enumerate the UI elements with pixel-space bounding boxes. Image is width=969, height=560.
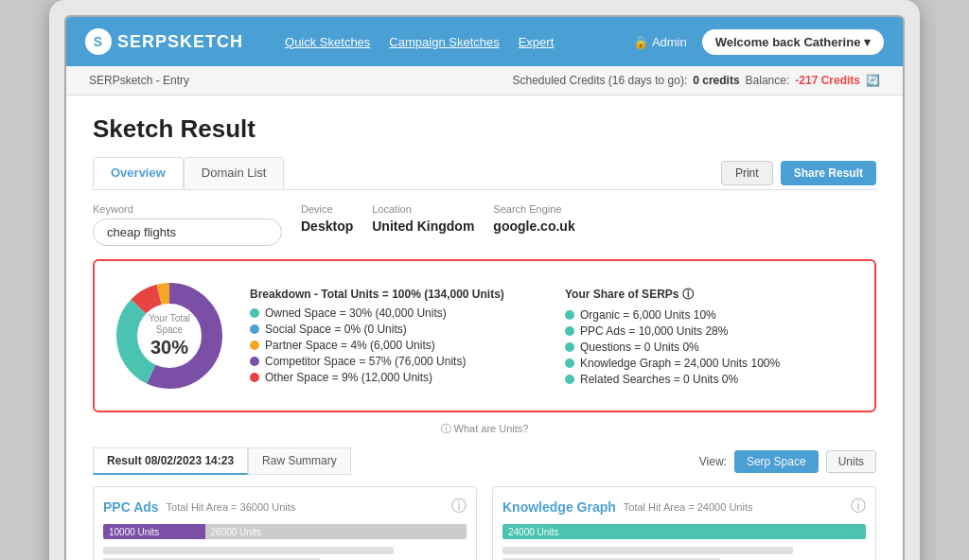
keyword-input[interactable] [93, 219, 282, 246]
nav-quick-sketches[interactable]: Quick Sketches [285, 35, 370, 49]
user-button[interactable]: Welcome back Catherine ▾ [702, 29, 884, 55]
breakdown-list: Owned Space = 30% (40,000 Units) Social … [250, 306, 546, 384]
knowledge-bar-fill-teal: 24000 Units [502, 524, 866, 539]
serp-label-knowledge: Knowledge Graph = 24,000 Units 100% [580, 357, 780, 370]
keyword-row: Keyword Device Desktop Location United K… [93, 203, 876, 246]
breakdown-label-competitor: Competitor Space = 57% (76,000 Units) [265, 355, 466, 368]
breadcrumb-path: SERPsketch - Entry [89, 74, 189, 87]
ppc-line-1 [103, 547, 394, 554]
print-button[interactable]: Print [721, 161, 773, 185]
knowledge-card-header: Knowledge Graph Total Hit Area = 24000 U… [502, 497, 866, 516]
credits-label: Scheduled Credits (16 days to go): [512, 74, 687, 87]
donut-center-text: Your Total Space [139, 313, 201, 336]
cards-row: PPC Ads Total Hit Area = 36000 Units ⓘ 1… [93, 486, 876, 560]
breakdown-item-owned: Owned Space = 30% (40,000 Units) [250, 306, 546, 320]
nav-admin[interactable]: 🔒 Admin [633, 35, 687, 49]
search-engine-group: Search Engine google.co.uk [493, 203, 574, 234]
serp-label-organic: Organic = 6,000 Units 10% [580, 308, 716, 322]
tab-overview[interactable]: Overview [93, 157, 184, 189]
nav-right: 🔒 Admin Welcome back Catherine ▾ [633, 29, 884, 55]
dot-partner [250, 341, 259, 350]
ppc-bar-fill-purple: 10000 Units [103, 524, 205, 539]
ppc-info-icon: ⓘ [451, 497, 467, 516]
ppc-card-header: PPC Ads Total Hit Area = 36000 Units ⓘ [103, 497, 467, 516]
serp-title: Your Share of SERPs ⓘ [565, 287, 861, 303]
top-nav: S SERPSKETCH Quick Sketches Campaign Ske… [66, 17, 903, 66]
breakdown-item-partner: Partner Space = 4% (6,000 Units) [250, 339, 546, 352]
knowledge-bar-track: 24000 Units [502, 524, 866, 539]
nav-expert[interactable]: Expert [519, 35, 555, 49]
device-label: Device [301, 203, 353, 215]
breakdown-label-social: Social Space = 0% (0 Units) [265, 323, 407, 336]
serp-title-text: Your Share of SERPs [565, 288, 678, 301]
main-content: Sketch Result Overview Domain List Print… [66, 96, 903, 560]
breakdown-item-competitor: Competitor Space = 57% (76,000 Units) [250, 355, 546, 368]
lock-icon: 🔒 [633, 35, 648, 49]
dot-related [565, 375, 574, 384]
search-engine-value: google.co.uk [493, 219, 574, 234]
serp-item-related: Related Searches = 0 Units 0% [565, 373, 861, 386]
ppc-card-lines [103, 547, 467, 560]
dot-questions [565, 342, 574, 352]
tabs-right: Print Share Result [721, 161, 876, 185]
location-label: Location [372, 203, 474, 215]
serp-label-questions: Questions = 0 Units 0% [580, 341, 699, 354]
logo: S SERPSKETCH [85, 28, 243, 55]
balance-label: Balance: [746, 74, 790, 87]
ppc-card-title: PPC Ads [103, 499, 159, 515]
result-tabs-row: Result 08/02/2023 14:23 Raw Summary View… [93, 447, 876, 475]
what-are-units[interactable]: ⓘ What are Units? [93, 422, 876, 436]
breakdown-label-other: Other Space = 9% (12,000 Units) [265, 371, 432, 384]
dot-organic [565, 310, 574, 320]
serp-label-ppc: PPC Ads = 10,000 Units 28% [580, 324, 728, 338]
nav-links: Quick Sketches Campaign Sketches Expert [285, 35, 610, 49]
breadcrumb-bar: SERPsketch - Entry Scheduled Credits (16… [66, 66, 903, 96]
breakdown-item-other: Other Space = 9% (12,000 Units) [250, 371, 546, 384]
serp-list: Organic = 6,000 Units 10% PPC Ads = 10,0… [565, 308, 861, 386]
breakdown-item-social: Social Space = 0% (0 Units) [250, 323, 546, 336]
ppc-card: PPC Ads Total Hit Area = 36000 Units ⓘ 1… [93, 486, 477, 560]
dot-ppc [565, 326, 574, 336]
serp-label-related: Related Searches = 0 Units 0% [580, 373, 738, 386]
share-button[interactable]: Share Result [781, 161, 876, 185]
knowledge-card-title: Knowledge Graph [502, 499, 616, 515]
result-tabs-left: Result 08/02/2023 14:23 Raw Summary [93, 447, 351, 475]
serp-item-ppc: PPC Ads = 10,000 Units 28% [565, 324, 861, 338]
donut-center-label: Your Total Space 30% [139, 313, 201, 359]
donut-pct: 30% [139, 336, 201, 359]
view-label: View: [699, 455, 727, 468]
nav-campaign-sketches[interactable]: Campaign Sketches [389, 35, 499, 49]
page-title: Sketch Result [93, 114, 876, 144]
dot-owned [250, 308, 259, 318]
knowledge-info-icon: ⓘ [851, 497, 866, 516]
credits-info: Scheduled Credits (16 days to go): 0 cre… [512, 74, 880, 87]
result-tab-raw[interactable]: Raw Summary [248, 447, 351, 475]
admin-label: Admin [652, 35, 687, 49]
laptop-frame: S SERPSKETCH Quick Sketches Campaign Ske… [49, 0, 920, 560]
dot-social [250, 324, 259, 334]
serp-section: Your Share of SERPs ⓘ Organic = 6,000 Un… [565, 287, 861, 386]
dot-other [250, 373, 259, 382]
chart-area: Your Total Space 30% Breakdown - Total U… [93, 259, 876, 412]
breakdown-label-owned: Owned Space = 30% (40,000 Units) [265, 306, 447, 320]
location-group: Location United Kingdom [372, 203, 474, 234]
tab-domain-list[interactable]: Domain List [184, 157, 285, 189]
knowledge-line-1 [502, 547, 793, 554]
info-icon: ⓘ [682, 287, 694, 303]
tabs-row: Overview Domain List Print Share Result [93, 157, 876, 190]
result-tab-date[interactable]: Result 08/02/2023 14:23 [93, 447, 248, 475]
laptop-screen: S SERPSKETCH Quick Sketches Campaign Ske… [64, 15, 905, 560]
view-units[interactable]: Units [826, 450, 876, 473]
logo-text: SERPSKETCH [117, 32, 243, 52]
serp-item-questions: Questions = 0 Units 0% [565, 341, 861, 354]
view-serp-space[interactable]: Serp Space [734, 450, 819, 473]
credits-value: 0 credits [693, 74, 739, 87]
breakdown-title: Breakdown - Total Units = 100% (134,000 … [250, 288, 546, 301]
search-engine-label: Search Engine [493, 203, 574, 215]
logo-icon: S [85, 28, 112, 55]
breakdown-section: Breakdown - Total Units = 100% (134,000 … [250, 288, 546, 384]
knowledge-card: Knowledge Graph Total Hit Area = 24000 U… [492, 486, 876, 560]
refresh-icon[interactable]: 🔄 [866, 74, 880, 87]
ppc-bar-track: 10000 Units 26000 Units [103, 524, 467, 539]
keyword-label: Keyword [93, 203, 282, 215]
